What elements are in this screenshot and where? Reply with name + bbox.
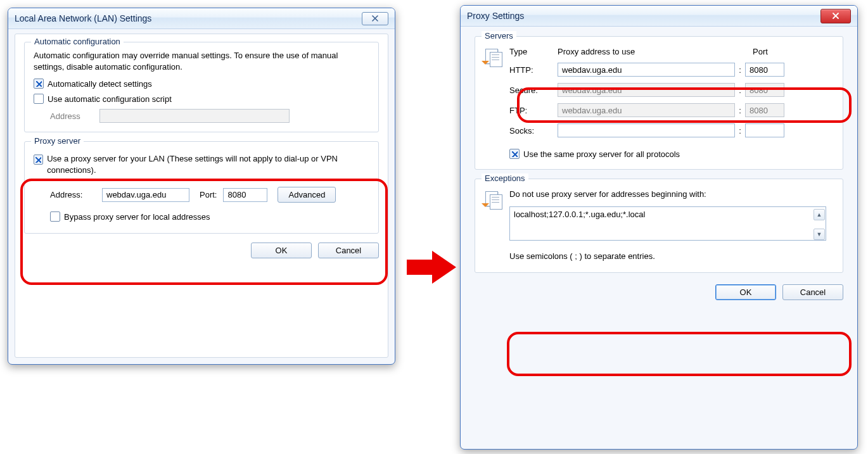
- http-address-input[interactable]: [558, 63, 735, 77]
- servers-group: Servers Type Proxy address to use Port: [475, 36, 843, 170]
- proxy-address-label: Address:: [50, 190, 96, 199]
- secure-address-input: [558, 83, 735, 97]
- proxy-group-legend: Proxy server: [31, 136, 84, 146]
- auto-address-input: [99, 109, 290, 123]
- proxy-body: Servers Type Proxy address to use Port: [467, 31, 851, 443]
- lan-titlebar[interactable]: Local Area Network (LAN) Settings: [8, 8, 395, 29]
- lan-ok-button[interactable]: OK: [251, 243, 312, 258]
- proxy-title: Proxy Settings: [467, 11, 820, 21]
- server-row-secure: Secure: :: [509, 83, 833, 97]
- close-icon: [831, 12, 840, 20]
- svg-marker-0: [407, 251, 456, 284]
- auto-script-label: Use automatic configuration script: [48, 94, 172, 104]
- auto-config-group: Automatic configuration Automatic config…: [24, 42, 379, 132]
- server-row-socks: Socks: :: [509, 123, 833, 137]
- lan-settings-dialog: Local Area Network (LAN) Settings Automa…: [8, 8, 395, 365]
- same-proxy-checkbox[interactable]: [509, 149, 520, 159]
- ftp-port-input: [745, 103, 784, 117]
- socks-address-input[interactable]: [558, 123, 735, 137]
- lan-body: Automatic configuration Automatic config…: [15, 34, 388, 358]
- bypass-local-checkbox[interactable]: [50, 211, 60, 222]
- arrow-right-icon: [407, 248, 457, 286]
- col-type: Type: [509, 47, 558, 56]
- servers-icon: [484, 47, 506, 68]
- same-proxy-label: Use the same proxy server for all protoc…: [523, 149, 680, 159]
- proxy-port-label: Port:: [200, 190, 217, 199]
- col-addr: Proxy address to use: [558, 47, 739, 56]
- servers-legend: Servers: [482, 31, 516, 41]
- http-port-input[interactable]: [745, 63, 784, 77]
- socks-label: Socks:: [509, 126, 558, 136]
- proxy-settings-dialog: Proxy Settings Servers Type P: [460, 5, 858, 450]
- close-icon: [371, 15, 379, 22]
- exceptions-group: Exceptions Do not use proxy server for a…: [475, 179, 843, 273]
- auto-script-checkbox[interactable]: [34, 94, 44, 104]
- col-port: Port: [753, 47, 768, 56]
- ftp-label: FTP:: [509, 106, 558, 115]
- exceptions-icon: [484, 189, 506, 211]
- advanced-button[interactable]: Advanced: [278, 187, 336, 203]
- auto-detect-label: Automatically detect settings: [48, 79, 152, 89]
- auto-detect-checkbox[interactable]: [34, 79, 44, 89]
- auto-address-label: Address: [50, 111, 96, 121]
- close-button[interactable]: [362, 12, 388, 25]
- scroll-down-button[interactable]: ▼: [814, 229, 825, 240]
- lan-cancel-button[interactable]: Cancel: [318, 243, 379, 258]
- close-button[interactable]: [820, 9, 851, 23]
- scroll-up-button[interactable]: ▲: [814, 209, 825, 220]
- secure-label: Secure:: [509, 85, 558, 95]
- auto-config-desc: Automatic configuration may override man…: [34, 50, 369, 72]
- exceptions-desc: Do not use proxy server for addresses be…: [509, 189, 833, 199]
- bypass-local-label: Bypass proxy server for local addresses: [64, 212, 210, 222]
- proxy-titlebar[interactable]: Proxy Settings: [461, 6, 857, 27]
- http-label: HTTP:: [509, 65, 558, 75]
- use-proxy-label: Use a proxy server for your LAN (These s…: [47, 153, 369, 175]
- secure-port-input: [745, 83, 784, 97]
- ftp-address-input: [558, 103, 735, 117]
- server-row-ftp: FTP: :: [509, 103, 833, 117]
- proxy-ok-button[interactable]: OK: [715, 284, 776, 300]
- use-proxy-checkbox[interactable]: [34, 154, 43, 165]
- proxy-server-group: Proxy server Use a proxy server for your…: [24, 141, 379, 234]
- exceptions-textarea[interactable]: [509, 206, 826, 241]
- lan-title: Local Area Network (LAN) Settings: [15, 13, 362, 23]
- exceptions-hint: Use semicolons ( ; ) to separate entries…: [509, 251, 833, 261]
- proxy-address-input[interactable]: [102, 188, 189, 202]
- proxy-port-input[interactable]: [223, 188, 267, 202]
- auto-config-legend: Automatic configuration: [31, 37, 124, 46]
- server-row-http: HTTP: :: [509, 63, 833, 77]
- exceptions-legend: Exceptions: [482, 173, 528, 183]
- socks-port-input[interactable]: [745, 123, 784, 137]
- proxy-cancel-button[interactable]: Cancel: [782, 284, 843, 300]
